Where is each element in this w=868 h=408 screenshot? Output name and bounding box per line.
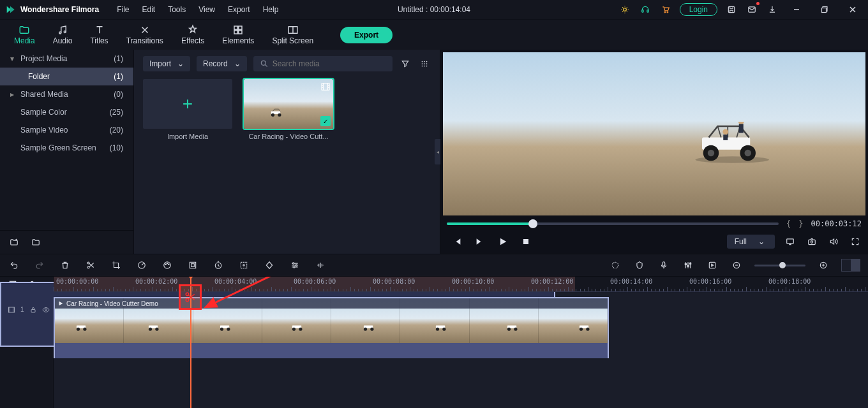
sidebar-item-count: (1) — [114, 54, 123, 63]
adjust-icon[interactable] — [288, 259, 301, 272]
redo-icon[interactable] — [33, 259, 46, 272]
sidebar-item-sample-green-screen[interactable]: Sample Green Screen(10) — [0, 139, 133, 157]
media-sidebar: ▾Project Media(1) Folder(1) ▸Shared Medi… — [0, 50, 134, 254]
grid-view-icon[interactable] — [418, 57, 431, 70]
crop-icon[interactable] — [110, 259, 123, 272]
timeline-clip[interactable]: Car Racing - Video Cutter Demo — [54, 297, 609, 358]
zoom-fit-dropdown[interactable]: Full⌄ — [727, 235, 775, 249]
tab-media[interactable]: Media — [5, 20, 44, 50]
svg-rect-2 — [647, 10, 648, 12]
sidebar-item-folder[interactable]: Folder(1) — [0, 68, 133, 85]
stop-button[interactable] — [521, 237, 531, 247]
headset-icon[interactable] — [639, 3, 652, 16]
search-field[interactable] — [273, 59, 386, 68]
save-icon[interactable] — [725, 3, 738, 16]
sidebar-item-shared-media[interactable]: ▸Shared Media(0) — [0, 85, 133, 103]
maximize-button[interactable] — [814, 1, 835, 18]
minimize-button[interactable] — [786, 1, 807, 18]
marker-icon[interactable] — [633, 259, 646, 272]
collapse-panel-button[interactable]: ◂ — [435, 139, 440, 164]
mark-in-icon[interactable]: { — [786, 219, 791, 228]
tab-titles[interactable]: Titles — [81, 20, 117, 50]
menu-file[interactable]: File — [112, 3, 134, 17]
detach-audio-icon[interactable] — [237, 259, 250, 272]
green-screen-icon[interactable] — [186, 259, 199, 272]
filter-icon[interactable] — [399, 57, 412, 70]
menu-export[interactable]: Export — [223, 3, 255, 17]
audio-wave-icon[interactable] — [314, 259, 327, 272]
fullscreen-icon[interactable] — [849, 235, 862, 248]
svg-point-78 — [148, 328, 151, 331]
tab-transitions[interactable]: Transitions — [117, 20, 172, 50]
color-icon[interactable] — [161, 259, 174, 272]
new-folder-icon[interactable] — [8, 236, 20, 249]
media-thumb[interactable]: ✓ Car Racing - Video Cutt... — [244, 79, 333, 140]
sidebar-item-sample-video[interactable]: Sample Video(20) — [0, 121, 133, 139]
zoom-in-icon[interactable] — [817, 259, 830, 272]
search-input[interactable] — [253, 56, 393, 71]
export-button[interactable]: Export — [340, 27, 393, 43]
play-button[interactable] — [498, 237, 508, 247]
message-icon[interactable] — [745, 3, 758, 16]
zoom-out-icon[interactable] — [730, 259, 743, 272]
svg-point-96 — [580, 328, 583, 331]
step-forward-button[interactable] — [475, 237, 485, 247]
eye-icon[interactable] — [42, 306, 50, 314]
undo-icon[interactable] — [8, 259, 20, 272]
record-dropdown[interactable]: Record⌄ — [197, 56, 247, 71]
preview-viewport[interactable] — [443, 52, 865, 215]
duration-icon[interactable] — [212, 259, 225, 272]
tab-effects[interactable]: Effects — [172, 20, 213, 50]
tab-label: Media — [14, 36, 35, 45]
svg-point-4 — [667, 11, 668, 13]
step-back-button[interactable] — [452, 237, 462, 247]
scissors-icon — [184, 291, 196, 303]
import-media-tile[interactable]: + Import Media — [143, 79, 232, 140]
progress-track[interactable] — [447, 222, 779, 225]
sidebar-item-sample-color[interactable]: Sample Color(25) — [0, 103, 133, 121]
tab-audio[interactable]: Audio — [44, 20, 82, 50]
cart-icon[interactable] — [659, 3, 672, 16]
timeline-ruler[interactable]: 00:00:00:00 00:00:02:00 00:00:04:00 00:0… — [54, 277, 868, 292]
download-icon[interactable] — [766, 3, 779, 16]
svg-point-90 — [436, 328, 439, 331]
volume-icon[interactable] — [827, 235, 840, 248]
speed-icon[interactable] — [135, 259, 148, 272]
svg-rect-13 — [234, 31, 237, 34]
tab-label: Effects — [181, 36, 204, 45]
menu-help[interactable]: Help — [258, 3, 284, 17]
timeline-view-toggle[interactable] — [841, 259, 860, 272]
split-icon[interactable] — [84, 259, 97, 272]
sidebar-item-project-media[interactable]: ▾Project Media(1) — [0, 50, 133, 68]
render-icon[interactable] — [706, 259, 719, 272]
mixer-icon[interactable] — [682, 259, 694, 272]
import-dropdown[interactable]: Import⌄ — [143, 56, 190, 71]
buggy-icon — [685, 122, 781, 166]
svg-point-79 — [155, 328, 158, 331]
menu-edit[interactable]: Edit — [137, 3, 160, 17]
tab-split-screen[interactable]: Split Screen — [263, 20, 322, 50]
snapshot-icon[interactable] — [805, 235, 818, 248]
voiceover-icon[interactable] — [657, 259, 670, 272]
menu-tools[interactable]: Tools — [163, 3, 191, 17]
close-button[interactable] — [842, 1, 863, 18]
tab-elements[interactable]: Elements — [213, 20, 263, 50]
menu-view[interactable]: View — [193, 3, 220, 17]
timeline-body[interactable]: 00:00:00:00 00:00:02:00 00:00:04:00 00:0… — [54, 277, 868, 408]
zoom-thumb[interactable] — [779, 262, 786, 268]
svg-rect-41 — [787, 239, 794, 244]
keyframe-icon[interactable] — [263, 259, 276, 272]
marker-dotted-icon[interactable] — [609, 259, 622, 272]
delete-icon[interactable] — [59, 259, 71, 272]
login-button[interactable]: Login — [680, 3, 717, 16]
svg-point-84 — [292, 328, 296, 331]
music-icon — [57, 24, 68, 36]
progress-thumb[interactable] — [528, 219, 537, 228]
zoom-slider[interactable] — [754, 265, 805, 266]
brightness-icon[interactable] — [618, 3, 631, 16]
mark-out-icon[interactable]: } — [798, 219, 803, 228]
svg-point-98 — [186, 293, 189, 296]
lock-icon[interactable] — [29, 306, 37, 314]
folder-outline-icon[interactable] — [29, 236, 42, 249]
display-icon[interactable] — [784, 235, 797, 248]
